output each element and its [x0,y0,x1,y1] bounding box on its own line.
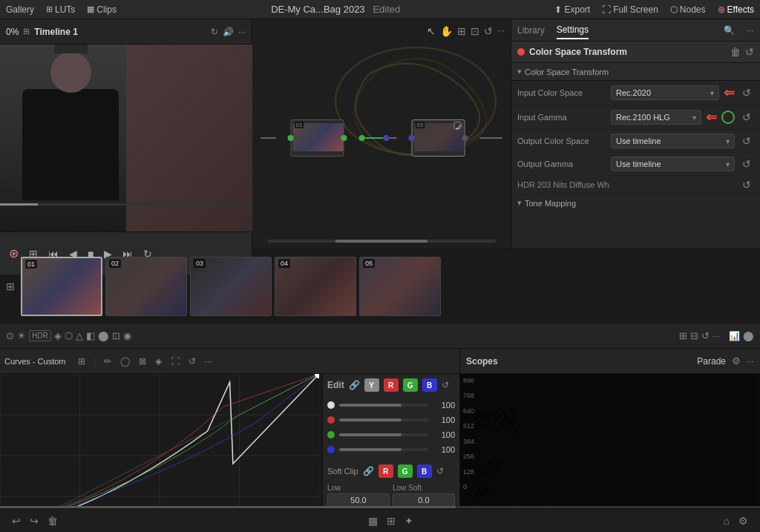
curves-undo-icon[interactable]: ↺ [186,355,199,368]
gallery-btn[interactable]: Gallery [6,4,34,15]
red-slider[interactable] [339,418,428,421]
home-btn[interactable]: ⌂ [724,515,730,527]
curves-expand3-icon[interactable]: ◈ [152,355,165,368]
panel-more-icon[interactable]: ··· [747,25,754,36]
reset-output-gamma-icon[interactable]: ↺ [739,158,754,170]
refresh-icon[interactable]: ↻ [211,27,218,37]
input-color-space-dropdown[interactable]: Rec.2020 ▾ [611,85,719,100]
clips-btn[interactable]: ▦ Clips [87,4,117,15]
audio-icon[interactable]: 🔊 [223,27,234,37]
video-progress-bar[interactable] [0,203,252,206]
search-icon[interactable]: 🔍 [724,25,735,36]
color-tool-9[interactable]: ◉ [123,330,131,341]
cst-refresh-icon[interactable]: ↺ [745,46,754,58]
nodes-btn[interactable]: ⬡ Nodes [670,4,706,15]
timeline-icon[interactable]: ▦ [368,515,378,527]
white-slider[interactable] [339,404,428,407]
curves-fullscreen-icon[interactable]: ⛶ [168,355,183,368]
filmstrip-clip-01[interactable]: 01 [21,257,102,316]
tab-settings[interactable]: Settings [557,22,589,39]
scopes-type[interactable]: Parade [697,356,726,367]
node-02-right-port[interactable] [462,135,468,141]
node-more[interactable]: ··· [497,25,505,37]
color-tool-expand[interactable]: ⊞ [679,330,687,341]
color-tool-3[interactable]: ◈ [54,330,62,341]
node-grid-tool[interactable]: ⊡ [471,25,479,37]
scope-icon1[interactable]: 📊 [729,331,740,341]
node-undo[interactable]: ↺ [484,25,493,37]
curves-more-icon[interactable]: ··· [202,355,215,368]
low-soft-value[interactable]: 0.0 [393,493,455,507]
gamma-circle-icon[interactable] [721,111,735,124]
chevron-down-icon[interactable]: ▾ [517,67,522,76]
hdr-reset-icon[interactable]: ↺ [739,179,754,191]
node-02[interactable]: 02 ✓ [412,119,465,157]
curves-expand2-icon[interactable]: ⊠ [136,355,149,368]
filmstrip-clip-04[interactable]: 04 [275,257,356,316]
filmstrip-icon[interactable]: ⊞ [6,280,15,292]
color-tool-1[interactable]: ⊙ [6,330,14,341]
color-tool-7[interactable]: ⬤ [98,330,109,341]
fullscreen-btn[interactable]: ⛶ Full Screen [602,4,658,15]
reset-input-cs-icon[interactable]: ↺ [739,87,754,99]
color-tool-more2[interactable]: ··· [712,331,720,341]
settings-btn[interactable]: ⚙ [738,515,748,527]
effects-panel-icon[interactable]: ⊛ [6,245,22,262]
blue-slider[interactable] [339,448,428,451]
reset-input-gamma-icon[interactable]: ↺ [739,111,754,123]
color-tool-6[interactable]: ◧ [86,330,95,341]
soft-clip-b-btn[interactable]: B [417,464,432,478]
cursor-tool[interactable]: ↖ [427,25,436,37]
edit-link-icon[interactable]: 🔗 [349,380,360,390]
soft-clip-link-icon[interactable]: 🔗 [363,466,374,476]
undo-btn[interactable]: ↩ [12,515,21,527]
pan-tool[interactable]: ✋ [440,25,453,37]
scopes-settings-icon[interactable]: ⚙ [732,355,741,367]
reset-output-cs-icon[interactable]: ↺ [739,135,754,147]
edit-refresh-icon[interactable]: ↺ [442,380,449,390]
channel-r-btn[interactable]: R [384,378,399,392]
color-tool-resize[interactable]: ⊟ [690,330,698,341]
export-btn[interactable]: ⬆ Export [554,4,590,15]
node-01-left-port[interactable] [288,135,294,141]
tab-library[interactable]: Library [517,22,545,39]
soft-clip-r-btn[interactable]: R [379,464,393,478]
channel-y-btn[interactable]: Y [364,378,379,392]
node-add-tool[interactable]: ⊞ [457,25,466,37]
effects-icon2[interactable]: ✦ [404,515,413,527]
layers-icon2[interactable]: ⊞ [387,515,396,527]
node-02-left-port[interactable] [409,135,415,141]
color-tool-4[interactable]: ⬡ [65,330,73,341]
node-scrollbar[interactable] [267,240,496,243]
channel-g-btn[interactable]: G [403,378,418,392]
luts-btn[interactable]: ⊞ LUTs [46,4,75,15]
curves-circle-icon[interactable]: ◯ [117,355,133,368]
green-slider[interactable] [339,433,428,436]
curves-expand-icon[interactable]: ⊞ [75,355,88,368]
more-icon[interactable]: ··· [238,27,246,37]
tone-mapping-chevron[interactable]: ▾ [517,198,522,208]
soft-clip-g-btn[interactable]: G [398,464,413,478]
cst-delete-icon[interactable]: 🗑 [730,46,741,58]
node-01[interactable]: 01 [291,119,344,157]
output-gamma-dropdown[interactable]: Use timeline ▾ [611,157,735,171]
curve-graph[interactable] [0,374,322,508]
output-color-space-dropdown[interactable]: Use timeline ▾ [611,134,735,148]
scopes-more-icon[interactable]: ··· [747,356,754,367]
channel-b-btn[interactable]: B [422,378,437,392]
filmstrip-clip-02[interactable]: 02 [105,257,187,316]
node-editor[interactable]: 01 02 ✓ [252,19,511,249]
effects-btn[interactable]: ⊛ Effects [718,4,754,15]
filmstrip-clip-03[interactable]: 03 [190,257,272,316]
redo-btn[interactable]: ↪ [30,515,39,527]
color-tool-hdr[interactable]: HDR [29,330,51,341]
scope-icon2[interactable]: ⬤ [743,330,754,341]
color-tool-more[interactable]: ↺ [701,330,710,341]
node-02-checkbox[interactable]: ✓ [454,122,462,129]
input-gamma-dropdown[interactable]: Rec.2100 HLG ▾ [611,110,701,125]
color-tool-8[interactable]: ⊡ [112,330,120,341]
node-01-right-port[interactable] [341,135,347,141]
color-tool-5[interactable]: △ [76,330,83,341]
low-value[interactable]: 50.0 [327,493,390,507]
filmstrip-clip-05[interactable]: 05 [359,257,441,316]
